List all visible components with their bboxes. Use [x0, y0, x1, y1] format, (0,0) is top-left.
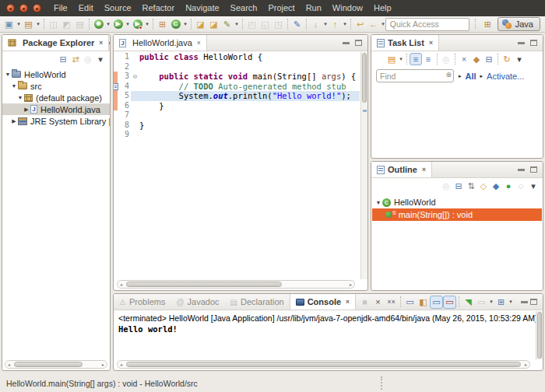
show-stderr-button[interactable]: ▭	[443, 296, 456, 309]
run-coverage-button-dropdown[interactable]: ▾	[144, 21, 150, 27]
window-close-button[interactable]	[6, 4, 15, 12]
new-wizard-button[interactable]: ▣	[2, 18, 16, 31]
minimize-icon[interactable]	[521, 301, 528, 303]
scroll-lock-button[interactable]: ◧	[417, 296, 430, 309]
group-by-schedule-button[interactable]: ≡	[422, 53, 434, 65]
scrollbar-thumb[interactable]	[126, 282, 282, 287]
terminate-button[interactable]: ■	[358, 296, 371, 309]
clear-console-button[interactable]: ▭	[403, 296, 417, 309]
menu-edit[interactable]: Edit	[73, 0, 99, 16]
code-line-2[interactable]: 2	[114, 62, 360, 72]
code-line-6[interactable]: 6 }	[114, 101, 360, 111]
minimize-icon[interactable]	[343, 42, 350, 44]
previous-annotation-button-dropdown[interactable]: ▾	[342, 21, 348, 27]
editor-vertical-scrollbar[interactable]	[360, 52, 367, 279]
open-console-button[interactable]: ⊞	[494, 296, 508, 309]
misc-disabled-button-3[interactable]: ◳	[272, 18, 285, 31]
fold-collapse-icon[interactable]: ⊖	[131, 72, 139, 82]
collapse-all-button[interactable]: ⊟	[57, 53, 69, 65]
focus-on-workweek-button[interactable]: ◎	[440, 53, 452, 65]
maximize-icon[interactable]	[530, 166, 537, 173]
view-menu-button[interactable]: ▾	[527, 180, 540, 192]
hide-fields-button[interactable]: ◇	[477, 180, 490, 192]
menu-help[interactable]: Help	[368, 0, 397, 16]
line-number[interactable]: 3	[118, 72, 131, 82]
chevron-down-icon[interactable]: ▼	[4, 72, 12, 77]
link-with-editor-button[interactable]: ⇄	[69, 53, 82, 65]
close-icon[interactable]: ×	[422, 166, 426, 173]
tab-javadoc[interactable]: @Javadoc	[171, 294, 224, 310]
run-button-dropdown[interactable]: ▾	[125, 21, 131, 27]
find-input[interactable]	[376, 69, 454, 82]
code-line-4[interactable]: 4 // TODO Auto-generated method stub	[114, 82, 360, 92]
task-list-link-all[interactable]: All	[466, 72, 476, 81]
display-selected-console-button[interactable]: ▭	[475, 296, 488, 309]
line-number[interactable]: 1	[118, 52, 131, 62]
code-line-5[interactable]: 5 System.out.println("Hello world!");	[114, 91, 360, 101]
search-button[interactable]: ◪	[207, 18, 220, 31]
menu-refactor[interactable]: Refactor	[137, 0, 181, 16]
code-line-3[interactable]: 3⊖ public static void main(String[] args…	[114, 72, 360, 82]
tree-item-src[interactable]: ▼src	[2, 80, 110, 92]
close-icon[interactable]: ×	[99, 39, 103, 47]
focus-on-task-button[interactable]: ◎	[82, 53, 94, 65]
mark-occurrences-button[interactable]: ✎	[220, 18, 234, 31]
misc-disabled-button-2[interactable]: ◱	[258, 18, 272, 31]
code-line-7[interactable]: 7	[114, 110, 360, 121]
save-button[interactable]: ◫	[47, 18, 60, 31]
scroll-right-icon[interactable]: ▸	[347, 282, 354, 287]
scroll-right-icon[interactable]: ▸	[100, 362, 107, 367]
tree-item-helloworld[interactable]: ▼HelloWorld	[2, 68, 110, 80]
back-button[interactable]: ←	[367, 18, 380, 31]
line-number[interactable]: 2	[118, 62, 131, 72]
minimize-icon[interactable]	[518, 42, 525, 44]
hide-local-types-button[interactable]: ◌	[515, 180, 527, 192]
line-number[interactable]: 5	[118, 91, 131, 101]
scrollbar-thumb[interactable]	[537, 312, 542, 359]
code-line-1[interactable]: 1public class HelloWorld {	[114, 52, 360, 62]
close-icon[interactable]: ×	[197, 39, 201, 47]
code-line-9[interactable]: 9	[114, 130, 360, 140]
print-button[interactable]: ▤	[73, 18, 86, 31]
outline-item-helloworld[interactable]: ▼CHelloWorld	[371, 196, 543, 208]
pin-console-button[interactable]: ◥	[462, 296, 475, 309]
maximize-icon[interactable]	[530, 299, 537, 305]
open-perspective-button[interactable]: ⊞	[481, 18, 494, 31]
chevron-right-icon[interactable]: ▶	[23, 107, 30, 113]
view-menu-button[interactable]: ▾	[94, 53, 107, 65]
editor-tab[interactable]: J HelloWorld.java ×	[114, 35, 207, 51]
new-java-element-button-dropdown[interactable]: ▾	[35, 21, 41, 27]
new-java-element-button[interactable]: ▤	[22, 18, 35, 31]
scrollbar-thumb[interactable]	[14, 362, 83, 367]
sort-button[interactable]: ⇅	[465, 180, 477, 192]
collapse-all-button[interactable]: ⊟	[483, 53, 495, 65]
tree-item-jre-system-library[interactable]: ▶JRE System Library[JavaSE-1.	[2, 115, 110, 127]
line-number[interactable]: 4	[118, 82, 131, 92]
outline-tab[interactable]: Outline ×	[371, 162, 432, 177]
menu-project[interactable]: Project	[262, 0, 300, 16]
scroll-right-icon[interactable]: ▸	[522, 362, 529, 367]
scroll-left-icon[interactable]: ◂	[118, 362, 125, 367]
new-task-button-dropdown[interactable]: ▾	[398, 56, 404, 62]
synchronize-button[interactable]: ↻	[501, 53, 513, 65]
close-icon[interactable]: ×	[429, 39, 433, 47]
code-editor[interactable]: 1public class HelloWorld {23⊖ public sta…	[114, 52, 360, 140]
hide-static-members-button[interactable]: ◆	[490, 180, 502, 192]
forward-button[interactable]: →	[386, 18, 399, 31]
chevron-right-icon[interactable]: ▶	[10, 118, 18, 124]
open-type-button[interactable]: ◪	[194, 18, 207, 31]
focus-button[interactable]: ◎	[440, 180, 452, 192]
tab-problems[interactable]: ⚠Problems	[114, 294, 171, 310]
debug-button[interactable]: ❋	[92, 18, 105, 31]
filter-button[interactable]: ◆	[470, 53, 483, 65]
misc-disabled-button-1[interactable]: ◰	[245, 18, 258, 31]
line-number[interactable]: 7	[118, 110, 131, 121]
tree-item-default-package[interactable]: ▼(default package)	[2, 92, 110, 103]
menu-source[interactable]: Source	[99, 0, 137, 16]
last-edit-location-button[interactable]: ↩	[353, 18, 367, 31]
tab-console[interactable]: Console×	[290, 294, 356, 310]
show-stdout-button[interactable]: ▭	[430, 296, 443, 309]
run-button[interactable]: ▶	[111, 18, 125, 31]
tree-item-helloworld-java[interactable]: ▶JHelloWorld.java	[2, 103, 110, 115]
line-number[interactable]: 8	[118, 121, 131, 131]
